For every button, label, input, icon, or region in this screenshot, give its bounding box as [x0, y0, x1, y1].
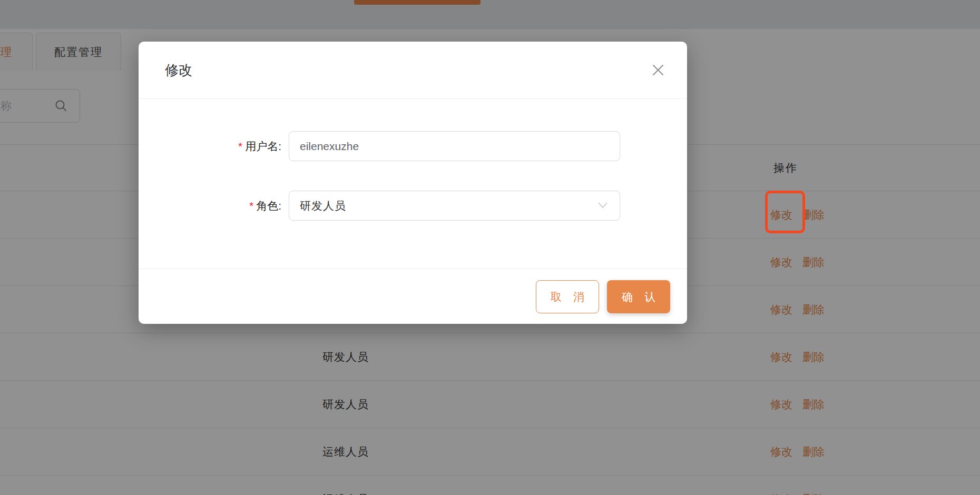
- close-icon: [651, 63, 665, 78]
- click-target-highlight: [765, 191, 805, 233]
- close-button[interactable]: [649, 62, 667, 80]
- role-select-value: 研发人员: [300, 199, 346, 213]
- role-field-row: *角色: 研发人员: [139, 191, 687, 221]
- modal-header: 修改: [139, 42, 687, 99]
- footer-divider: [139, 269, 687, 269]
- username-field-row: *用户名:: [139, 131, 687, 161]
- cancel-button[interactable]: 取 消: [536, 280, 599, 313]
- required-asterisk: *: [238, 140, 242, 152]
- chevron-down-icon: [597, 201, 608, 211]
- username-label: *用户名:: [139, 139, 281, 154]
- confirm-button[interactable]: 确 认: [607, 280, 670, 313]
- role-select[interactable]: 研发人员: [289, 191, 620, 221]
- role-label: *角色:: [139, 199, 281, 213]
- required-asterisk: *: [249, 200, 253, 212]
- username-label-text: 用户名:: [245, 140, 281, 152]
- modal-title: 修改: [165, 61, 192, 80]
- role-label-text: 角色:: [256, 200, 281, 212]
- edit-modal: 修改 *用户名: *角色: 研发人员: [139, 42, 687, 324]
- app-root: 理 配置管理 称 操作 修改 删除 修改 删除: [0, 0, 980, 495]
- username-input[interactable]: [289, 131, 620, 161]
